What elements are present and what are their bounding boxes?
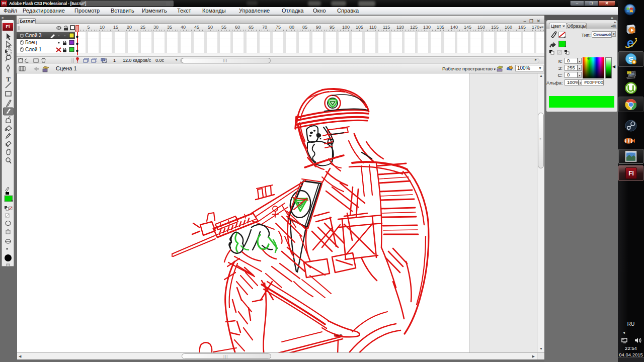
svg-text:99: 99	[627, 70, 632, 75]
svg-text:T: T	[6, 75, 11, 83]
